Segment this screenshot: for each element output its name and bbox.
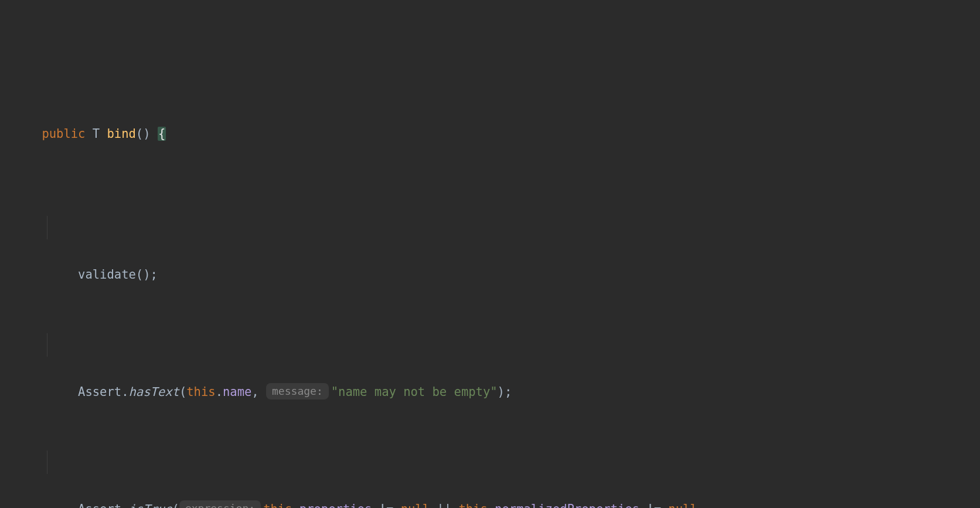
- parens: (): [136, 127, 151, 141]
- inlay-hint-message: message:: [266, 383, 329, 399]
- keyword-public: public: [42, 127, 85, 141]
- code-editor[interactable]: public T bind() { validate(); Assert.has…: [0, 0, 980, 508]
- field-normalizedproperties: normalizedProperties: [495, 502, 639, 508]
- keyword-this: this: [186, 385, 215, 399]
- method-istrue: isTrue: [129, 502, 172, 508]
- method-hastext: hasText: [129, 385, 179, 399]
- keyword-this: this: [458, 502, 487, 508]
- keyword-null: null: [668, 502, 697, 508]
- brace-open-matched: {: [158, 127, 166, 141]
- keyword-this: this: [263, 502, 292, 508]
- field-properties: properties: [300, 502, 372, 508]
- type-generic: T: [93, 127, 100, 141]
- method-name: bind: [107, 127, 135, 141]
- code-line[interactable]: Assert.hasText(this.name, message:"name …: [0, 333, 980, 357]
- class-assert: Assert: [78, 385, 121, 399]
- string-literal: "name may not be empty": [331, 385, 498, 399]
- field-name: name: [223, 385, 251, 399]
- class-assert: Assert: [78, 502, 121, 508]
- code-line[interactable]: validate();: [0, 216, 980, 239]
- code-line[interactable]: public T bind() {: [0, 99, 980, 122]
- code-line[interactable]: Assert.isTrue(expression:this.properties…: [0, 451, 980, 474]
- inlay-hint-expression: expression:: [179, 500, 261, 508]
- keyword-null: null: [401, 502, 430, 508]
- call-validate: validate: [78, 267, 136, 282]
